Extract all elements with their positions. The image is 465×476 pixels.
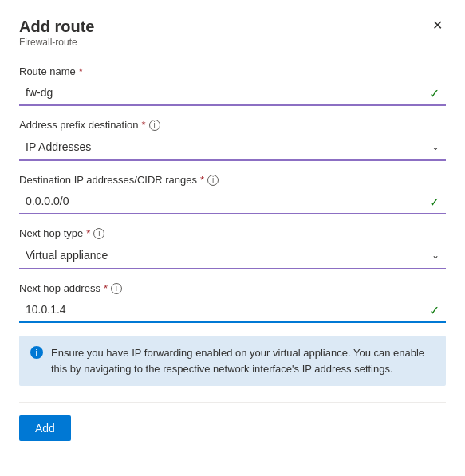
destination-ip-field: Destination IP addresses/CIDR ranges * i… (19, 174, 446, 214)
dialog-subtitle: Firewall-route (19, 37, 94, 48)
info-box-text: Ensure you have IP forwarding enabled on… (51, 345, 435, 376)
title-group: Add route Firewall-route (19, 16, 94, 64)
required-star-4: * (86, 227, 90, 239)
route-name-label: Route name * (19, 65, 446, 77)
route-name-input[interactable] (19, 81, 446, 106)
address-prefix-select[interactable]: IP Addresses Service Tag (19, 134, 446, 159)
divider (19, 402, 446, 403)
add-button[interactable]: Add (19, 415, 71, 441)
add-route-dialog: Add route Firewall-route ✕ Route name * … (0, 0, 465, 476)
close-icon: ✕ (432, 18, 443, 32)
address-prefix-info-icon[interactable]: i (149, 120, 160, 131)
next-hop-address-label: Next hop address * i (19, 282, 446, 294)
dialog-header: Add route Firewall-route ✕ (19, 16, 446, 64)
next-hop-type-label: Next hop type * i (19, 227, 446, 239)
next-hop-type-select[interactable]: Virtual appliance Internet None VNet gat… (19, 242, 446, 268)
destination-ip-info-icon[interactable]: i (207, 175, 219, 186)
info-box: i Ensure you have IP forwarding enabled … (19, 336, 446, 386)
dialog-title: Add route (19, 16, 94, 37)
next-hop-address-input[interactable] (19, 297, 446, 323)
next-hop-address-check-icon: ✓ (429, 303, 439, 318)
destination-ip-input-wrapper: ✓ (19, 189, 446, 214)
address-prefix-dropdown-wrapper: IP Addresses Service Tag ⌄ (19, 134, 446, 161)
next-hop-type-info-icon[interactable]: i (93, 228, 104, 239)
required-star-5: * (104, 282, 108, 294)
destination-ip-input[interactable] (19, 189, 446, 214)
next-hop-address-field: Next hop address * i ✓ (19, 282, 446, 323)
address-prefix-label: Address prefix destination * i (19, 119, 446, 131)
next-hop-type-dropdown-wrapper: Virtual appliance Internet None VNet gat… (19, 242, 446, 269)
info-box-icon: i (30, 346, 43, 359)
destination-ip-label: Destination IP addresses/CIDR ranges * i (19, 174, 446, 186)
destination-ip-check-icon: ✓ (429, 195, 439, 210)
route-name-input-wrapper: ✓ (19, 81, 446, 106)
required-star-3: * (200, 174, 204, 186)
route-name-field: Route name * ✓ (19, 65, 446, 106)
next-hop-type-field: Next hop type * i Virtual appliance Inte… (19, 227, 446, 269)
next-hop-address-info-icon[interactable]: i (111, 283, 122, 294)
address-prefix-field: Address prefix destination * i IP Addres… (19, 119, 446, 161)
close-button[interactable]: ✕ (429, 16, 446, 35)
next-hop-address-input-wrapper: ✓ (19, 297, 446, 323)
required-star-2: * (142, 119, 146, 131)
required-star: * (79, 65, 83, 77)
route-name-check-icon: ✓ (429, 86, 439, 101)
